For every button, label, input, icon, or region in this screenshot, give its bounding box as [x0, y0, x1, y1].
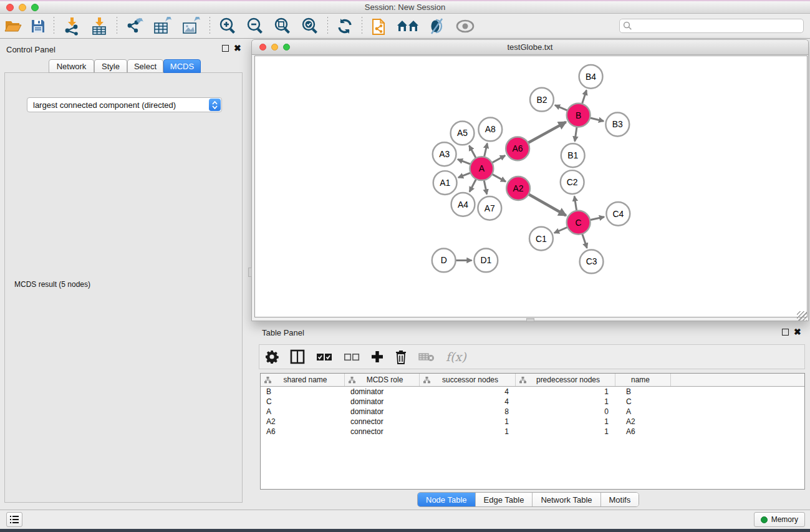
import-network-icon[interactable] [58, 16, 85, 37]
left-splitter-handle[interactable] [248, 268, 252, 277]
graph-node-A8[interactable]: A8 [478, 118, 502, 142]
zoom-out-icon[interactable] [241, 16, 269, 37]
graph-node-A6[interactable]: A6 [506, 137, 529, 160]
memory-button[interactable]: Memory [754, 512, 805, 527]
graph-node-A1[interactable]: A1 [433, 171, 457, 195]
graph-node-A4[interactable]: A4 [451, 193, 475, 216]
refresh-icon[interactable] [332, 16, 358, 37]
zoom-selected-icon[interactable] [296, 16, 324, 37]
table-cell[interactable]: A [615, 407, 671, 416]
column-browser-icon[interactable] [284, 346, 311, 367]
table-cell[interactable]: dominator [345, 407, 420, 416]
tab-node-table[interactable]: Node Table [418, 493, 476, 506]
graph-node-A5[interactable]: A5 [451, 122, 475, 145]
table-cell[interactable]: 1 [516, 417, 615, 426]
tab-edge-table[interactable]: Edge Table [476, 493, 533, 506]
table-cell[interactable]: 0 [516, 407, 615, 416]
tab-motifs[interactable]: Motifs [601, 493, 639, 506]
column-header-shared-name[interactable]: shared name [261, 374, 345, 386]
delete-table-icon[interactable] [413, 346, 440, 367]
hide-graphics-icon[interactable] [423, 16, 451, 37]
table-cell[interactable]: A2 [261, 417, 345, 426]
node-table[interactable]: shared name MCDS role successor nodes pr… [260, 373, 805, 490]
close-panel-icon[interactable]: ✖ [794, 329, 801, 336]
function-builder-icon[interactable]: f(x) [440, 346, 472, 367]
tab-network-table[interactable]: Network Table [533, 493, 600, 506]
network-document-icon[interactable] [366, 16, 392, 37]
table-cell[interactable]: 1 [420, 417, 516, 426]
save-session-icon[interactable] [26, 16, 50, 37]
export-network-icon[interactable] [121, 16, 148, 37]
float-panel-icon[interactable] [222, 45, 229, 52]
gear-icon[interactable] [259, 346, 284, 367]
graph-node-D1[interactable]: D1 [474, 249, 498, 273]
add-column-icon[interactable] [365, 346, 389, 367]
network-graph[interactable]: B4B2BB3A8A5A6A3B1AC2A1A2A4A7C4CC1DD1C3 [254, 56, 808, 317]
node-table-body[interactable]: Bdominator41BCdominator41CAdominator80AA… [261, 387, 804, 437]
graph-node-B4[interactable]: B4 [579, 65, 603, 89]
export-table-icon[interactable] [148, 16, 177, 37]
table-cell[interactable]: dominator [345, 387, 420, 396]
graph-node-B[interactable]: B [567, 104, 591, 127]
houses-icon[interactable] [392, 16, 423, 37]
column-header-predecessor-nodes[interactable]: predecessor nodes [516, 374, 615, 386]
table-cell[interactable]: C [615, 397, 671, 406]
export-image-icon[interactable] [177, 16, 206, 37]
delete-column-icon[interactable] [389, 346, 413, 367]
graph-node-A2[interactable]: A2 [506, 177, 530, 200]
table-cell[interactable]: connector [345, 427, 420, 436]
column-header-mcds-role[interactable]: MCDS role [345, 374, 420, 386]
column-header-successor-nodes[interactable]: successor nodes [420, 374, 516, 386]
window-resize-handle[interactable] [797, 311, 807, 321]
table-cell[interactable]: 1 [516, 427, 615, 436]
open-session-icon[interactable] [0, 16, 26, 37]
table-cell[interactable]: connector [345, 417, 420, 426]
table-cell[interactable]: 4 [420, 387, 516, 396]
search-field[interactable] [619, 19, 804, 33]
table-cell[interactable]: 1 [420, 427, 516, 436]
tab-network[interactable]: Network [49, 59, 94, 73]
table-row[interactable]: A2connector11A2 [261, 417, 804, 427]
graph-node-B2[interactable]: B2 [530, 88, 554, 112]
table-row[interactable]: Cdominator41C [261, 397, 804, 407]
column-header-name[interactable]: name [615, 374, 671, 386]
table-cell[interactable]: A6 [261, 427, 345, 436]
table-cell[interactable]: 4 [420, 397, 516, 406]
tab-style[interactable]: Style [94, 59, 127, 73]
graph-node-C2[interactable]: C2 [561, 170, 584, 194]
search-input[interactable] [632, 21, 803, 32]
graph-node-A3[interactable]: A3 [433, 142, 456, 166]
zoom-fit-icon[interactable] [269, 16, 296, 37]
tab-select[interactable]: Select [127, 59, 163, 73]
zoom-in-icon[interactable] [214, 16, 241, 37]
table-cell[interactable]: A2 [615, 417, 671, 426]
table-cell[interactable]: C [261, 397, 345, 406]
import-table-icon[interactable] [85, 16, 113, 37]
graph-node-C[interactable]: C [567, 211, 591, 235]
table-cell[interactable]: 1 [516, 387, 615, 396]
close-panel-icon[interactable]: ✖ [234, 45, 241, 52]
graph-node-B3[interactable]: B3 [605, 113, 629, 137]
unselect-all-icon[interactable] [338, 346, 365, 367]
graph-node-C1[interactable]: C1 [529, 227, 553, 251]
table-cell[interactable]: A6 [615, 427, 671, 436]
table-cell[interactable]: A [261, 407, 345, 416]
graph-node-C4[interactable]: C4 [606, 202, 630, 226]
select-all-icon[interactable] [311, 346, 338, 367]
tab-mcds[interactable]: MCDS [163, 59, 201, 73]
table-cell[interactable]: B [261, 387, 345, 396]
table-cell[interactable]: dominator [345, 397, 420, 406]
graph-node-A7[interactable]: A7 [478, 196, 501, 220]
task-history-button[interactable] [6, 512, 22, 527]
float-panel-icon[interactable] [782, 329, 789, 336]
criterion-dropdown[interactable]: largest connected component (directed) [27, 97, 222, 112]
graph-node-C3[interactable]: C3 [580, 250, 604, 274]
network-window-titlebar[interactable]: testGlobe.txt [252, 40, 808, 55]
graph-node-D[interactable]: D [432, 249, 456, 273]
table-row[interactable]: Adominator80A [261, 407, 804, 417]
table-row[interactable]: Bdominator41B [261, 387, 804, 397]
bottom-splitter-handle[interactable] [526, 318, 534, 322]
table-cell[interactable]: B [615, 387, 671, 396]
table-cell[interactable]: 8 [420, 407, 516, 416]
graph-node-A[interactable]: A [470, 157, 493, 180]
